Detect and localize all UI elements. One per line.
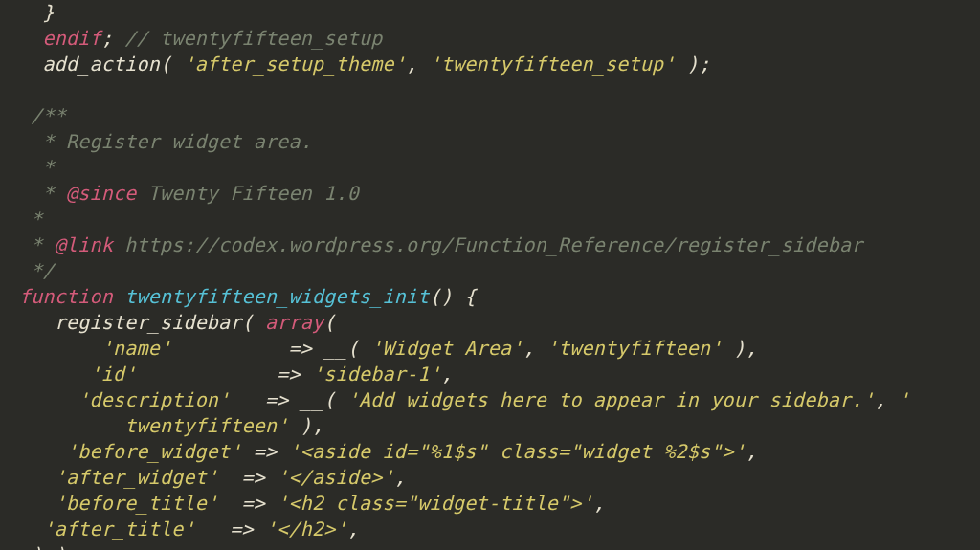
- code-line: }: [19, 1, 55, 24]
- code-editor[interactable]: } endif; // twentyfifteen_setup add_acti…: [0, 0, 980, 550]
- comment-line: *: [19, 156, 55, 179]
- code-line: function twentyfifteen_widgets_init() {: [19, 285, 476, 308]
- code-line: ) );: [19, 543, 78, 550]
- code-line: register_sidebar( array(: [19, 311, 336, 334]
- comment-line: * Register widget area.: [19, 130, 312, 153]
- code-line: endif; // twentyfifteen_setup: [19, 27, 383, 50]
- comment-line: * @link https://codex.wordpress.org/Func…: [19, 233, 862, 256]
- code-line: 'description' => __( 'Add widgets here t…: [19, 388, 909, 411]
- code-line: 'id' => 'sidebar-1',: [19, 363, 453, 385]
- code-line: 'name' => __( 'Widget Area', 'twentyfift…: [19, 337, 757, 360]
- code-line: 'after_widget' => '</aside>',: [19, 466, 406, 489]
- code-line: 'before_widget' => '<aside id="%1$s" cla…: [19, 440, 757, 463]
- comment-line: * @since Twenty Fifteen 1.0: [19, 182, 359, 205]
- code-line: 'before_title' => '<h2 class="widget-tit…: [19, 492, 605, 515]
- code-line: add_action( 'after_setup_theme', 'twenty…: [19, 53, 710, 76]
- comment-line: /**: [19, 104, 66, 127]
- comment-line: *: [19, 208, 43, 231]
- comment-line: */: [19, 259, 55, 282]
- blank-line: [19, 78, 31, 101]
- code-line: twentyfifteen' ),: [19, 414, 323, 437]
- code-line: 'after_title' => '</h2>',: [19, 517, 359, 540]
